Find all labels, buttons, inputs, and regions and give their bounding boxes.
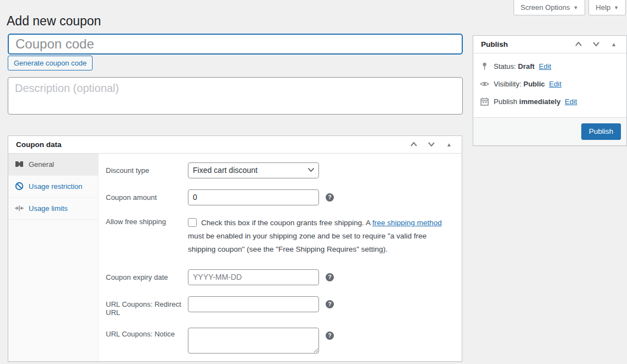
publish-footer: Publish: [473, 117, 626, 145]
visibility-row: Visibility: Public Edit: [473, 75, 626, 93]
coupon-code-input[interactable]: [8, 34, 463, 55]
calendar-icon: [480, 97, 489, 106]
chevron-down-icon: ▼: [614, 5, 619, 10]
free-shipping-description: Check this box if the coupon grants free…: [188, 216, 452, 256]
publish-header: Publish ▲: [473, 36, 626, 53]
notice-label: URL Coupons: Notice: [106, 328, 188, 338]
help-button[interactable]: Help ▼: [588, 0, 626, 15]
limits-icon: [15, 204, 24, 213]
main-column: Generate coupon code Coupon data ▲: [8, 34, 463, 362]
tab-usage-limits[interactable]: Usage limits: [8, 198, 98, 220]
tab-label: General: [29, 160, 54, 169]
schedule-row: Publish immediately Edit: [473, 93, 626, 111]
screen-options-label: Screen Options: [521, 3, 570, 12]
help-tip-icon[interactable]: ?: [326, 193, 334, 202]
free-shipping-text-after: must be enabled in your shipping zone an…: [188, 232, 426, 253]
pin-icon: [480, 62, 489, 71]
main-layout: Generate coupon code Coupon data ▲: [0, 34, 627, 362]
redirect-url-row: URL Coupons: Redirect URL ?: [106, 296, 462, 317]
free-shipping-text-before: Check this box if the coupon grants free…: [201, 219, 372, 227]
schedule-value: immediately: [519, 97, 560, 106]
status-prefix: Status:: [494, 62, 516, 70]
discount-type-label: Discount type: [106, 162, 188, 175]
move-down-icon[interactable]: [423, 137, 440, 151]
publish-title: Publish: [473, 40, 516, 48]
expiry-date-input[interactable]: [188, 269, 319, 285]
move-up-icon[interactable]: [570, 37, 587, 51]
coupon-data-tabs: General Usage restriction: [8, 154, 99, 361]
tab-label: Usage limits: [29, 204, 68, 213]
ticket-icon: [15, 160, 24, 169]
screen-meta-links: Screen Options ▼ Help ▼: [514, 0, 626, 15]
free-shipping-checkbox[interactable]: [188, 218, 197, 227]
description-textarea[interactable]: [8, 77, 463, 115]
coupon-amount-label: Coupon amount: [106, 189, 188, 202]
coupon-amount-row: Coupon amount ?: [106, 189, 462, 205]
help-label: Help: [596, 3, 610, 12]
help-tip-icon[interactable]: ?: [326, 332, 334, 340]
redirect-url-input[interactable]: [188, 296, 319, 312]
status-edit-link[interactable]: Edit: [539, 62, 551, 70]
schedule-prefix: Publish: [494, 97, 517, 106]
free-shipping-label: Allow free shipping: [106, 216, 188, 226]
coupon-data-header: Coupon data ▲: [8, 136, 462, 154]
discount-type-row: Discount type Fixed cart discount: [106, 162, 462, 178]
help-tip-icon[interactable]: ?: [326, 300, 334, 308]
screen-options-button[interactable]: Screen Options ▼: [514, 0, 586, 15]
collapse-toggle-icon[interactable]: ▲: [606, 37, 622, 51]
free-shipping-method-link[interactable]: free shipping method: [372, 219, 442, 227]
visibility-text: Visibility: Public Edit: [494, 80, 561, 88]
tab-general[interactable]: General: [8, 154, 98, 176]
generate-coupon-code-button[interactable]: Generate coupon code: [8, 56, 93, 70]
notice-row: URL Coupons: Notice ?: [106, 328, 462, 354]
visibility-value: Public: [523, 80, 545, 88]
free-shipping-row: Allow free shipping Check this box if th…: [106, 216, 462, 256]
expiry-date-label: Coupon expiry date: [106, 269, 188, 281]
visibility-prefix: Visibility:: [494, 80, 521, 88]
move-down-icon[interactable]: [588, 37, 604, 51]
tab-label: Usage restriction: [29, 182, 83, 191]
notice-textarea[interactable]: [188, 328, 319, 354]
general-panel: Discount type Fixed cart discount: [99, 154, 462, 361]
publish-body: Status: Draft Edit Visibility: Pu: [473, 53, 626, 117]
coupon-data-postbox: Coupon data ▲: [8, 135, 462, 362]
tab-usage-restriction[interactable]: Usage restriction: [8, 176, 98, 198]
coupon-data-title: Coupon data: [8, 140, 69, 149]
discount-type-select[interactable]: Fixed cart discount: [188, 162, 319, 178]
help-tip-icon[interactable]: ?: [326, 273, 334, 281]
eye-icon: [480, 79, 489, 89]
chevron-down-icon: ▼: [573, 5, 578, 10]
status-row: Status: Draft Edit: [473, 58, 626, 75]
coupon-data-body: General Usage restriction: [8, 154, 462, 361]
expiry-date-row: Coupon expiry date ?: [106, 269, 462, 285]
redirect-url-label: URL Coupons: Redirect URL: [106, 296, 188, 317]
move-up-icon[interactable]: [406, 137, 422, 151]
status-value: Draft: [518, 62, 534, 70]
schedule-edit-link[interactable]: Edit: [565, 97, 577, 106]
no-entry-icon: [15, 182, 24, 191]
coupon-amount-input[interactable]: [188, 189, 319, 205]
collapse-toggle-icon[interactable]: ▲: [441, 137, 457, 151]
visibility-edit-link[interactable]: Edit: [549, 80, 561, 88]
status-text: Status: Draft Edit: [494, 62, 551, 70]
publish-postbox: Publish ▲: [473, 35, 627, 146]
sidebar-column: Publish ▲: [473, 35, 627, 146]
schedule-text: Publish immediately Edit: [494, 97, 577, 106]
publish-button[interactable]: Publish: [581, 123, 621, 140]
